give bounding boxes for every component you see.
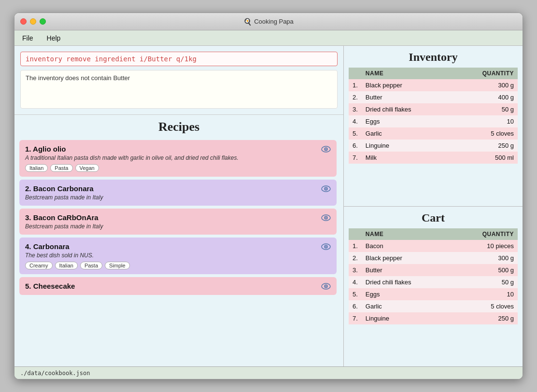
command-section: The inventory does not contain Butter (14, 46, 343, 115)
main-content: The inventory does not contain Butter Re… (14, 46, 523, 366)
menu-file[interactable]: File (19, 33, 36, 43)
cart-col-name: NAME (362, 228, 452, 240)
svg-point-8 (325, 217, 327, 219)
svg-point-5 (325, 188, 327, 190)
recipe-tag[interactable]: Creamy (25, 262, 53, 269)
main-window: 🍳 Cooking Papa File Help The inventory d… (14, 13, 523, 379)
status-bar: ./data/cookbook.json (14, 366, 523, 379)
view-recipe-icon[interactable] (321, 283, 331, 292)
cart-item-name: Linguine (362, 312, 452, 324)
table-row: 6. Garlic 5 cloves (349, 300, 518, 312)
row-num: 2. (349, 91, 362, 103)
menu-help[interactable]: Help (44, 33, 64, 43)
cart-item-qty: 250 g (452, 312, 518, 324)
minimize-button[interactable] (30, 18, 36, 25)
title-icon: 🍳 (243, 18, 252, 26)
recipes-section: Recipes 1. Aglio olio A traditional Ital… (14, 115, 343, 366)
recipe-tag[interactable]: Italian (55, 262, 78, 269)
cart-item-name: Dried chili flakes (362, 276, 452, 288)
table-row: 5. Garlic 5 cloves (349, 127, 518, 140)
table-row: 7. Milk 500 ml (349, 152, 518, 164)
ingredient-qty: 300 g (452, 79, 518, 91)
recipe-header: 5. Cheesecake (25, 282, 331, 290)
table-row: 2. Black pepper 300 g (349, 252, 518, 264)
table-row: 4. Eggs 10 (349, 115, 518, 127)
cart-item-qty: 5 cloves (452, 300, 518, 312)
list-item[interactable]: 3. Bacon CaRbOnAra Bestcream pasta made … (19, 209, 337, 235)
recipe-header: 2. Bacon Carbonara (25, 184, 331, 193)
inventory-col-qty: QUANTITY (452, 68, 518, 79)
recipe-tag[interactable]: Pasta (50, 164, 72, 172)
row-num: 7. (349, 152, 362, 164)
cart-table: NAME QUANTITY 1. Bacon 10 pieces 2. Blac… (349, 228, 518, 324)
ingredient-name: Butter (362, 91, 452, 103)
svg-point-14 (325, 286, 327, 287)
ingredient-name: Garlic (362, 127, 452, 140)
cart-item-name: Eggs (362, 288, 452, 300)
view-recipe-icon[interactable] (321, 185, 331, 194)
recipe-title: 5. Cheesecake (25, 282, 75, 290)
ingredient-name: Milk (362, 152, 452, 164)
cart-section: Cart NAME QUANTITY 1. Bacon 10 pieces 2.… (344, 206, 523, 367)
view-recipe-icon[interactable] (321, 243, 331, 252)
close-button[interactable] (20, 18, 27, 25)
recipe-title: 4. Carbonara (25, 242, 70, 251)
recipe-description: Bestcream pasta made in Italy (25, 223, 331, 230)
ingredient-qty: 400 g (452, 91, 518, 103)
recipe-tag[interactable]: Vegan (75, 164, 99, 172)
ingredient-qty: 5 cloves (452, 127, 518, 140)
svg-point-11 (325, 246, 327, 248)
recipe-header: 1. Aglio olio (25, 145, 331, 153)
list-item[interactable]: 2. Bacon Carbonara Bestcream pasta made … (19, 180, 337, 206)
menu-bar: File Help (14, 30, 523, 46)
cart-item-qty: 500 g (452, 264, 518, 276)
list-item[interactable]: 1. Aglio olio A traditional Italian past… (19, 140, 337, 177)
recipe-tag[interactable]: Simple (105, 262, 130, 269)
table-row: 6. Linguine 250 g (349, 140, 518, 152)
ingredient-qty: 500 ml (452, 152, 518, 164)
cart-col-qty: QUANTITY (452, 228, 518, 240)
svg-point-2 (325, 149, 327, 150)
cart-item-qty: 300 g (452, 252, 518, 264)
row-num: 4. (349, 115, 362, 127)
recipe-description: Bestcream pasta made in Italy (25, 194, 331, 201)
cart-item-name: Black pepper (362, 252, 452, 264)
list-item[interactable]: 4. Carbonara The best dish sold in NUS. … (19, 238, 337, 274)
view-recipe-icon[interactable] (321, 214, 331, 223)
recipe-tags: ItalianPastaVegan (25, 164, 331, 172)
table-row: 2. Butter 400 g (349, 91, 518, 103)
ingredient-qty: 50 g (452, 103, 518, 115)
row-num: 1. (349, 240, 362, 252)
ingredient-qty: 250 g (452, 140, 518, 152)
inventory-section: Inventory NAME QUANTITY 1. Black pepper … (344, 46, 523, 206)
row-num: 3. (349, 264, 362, 276)
recipe-title: 1. Aglio olio (25, 145, 66, 153)
list-item[interactable]: 5. Cheesecake (19, 277, 337, 295)
cart-item-name: Garlic (362, 300, 452, 312)
table-row: 7. Linguine 250 g (349, 312, 518, 324)
view-recipe-icon[interactable] (321, 146, 331, 154)
table-row: 1. Black pepper 300 g (349, 79, 518, 91)
ingredient-name: Linguine (362, 140, 452, 152)
title-bar: 🍳 Cooking Papa (14, 13, 523, 30)
row-num: 6. (349, 140, 362, 152)
maximize-button[interactable] (40, 18, 46, 25)
recipe-title: 2. Bacon Carbonara (25, 184, 94, 193)
row-num: 4. (349, 276, 362, 288)
table-row: 5. Eggs 10 (349, 288, 518, 300)
recipe-tags: CreamyItalianPastaSimple (25, 262, 331, 269)
command-input[interactable] (20, 52, 338, 66)
table-row: 3. Dried chili flakes 50 g (349, 103, 518, 115)
row-num: 2. (349, 252, 362, 264)
recipe-list: 1. Aglio olio A traditional Italian past… (19, 140, 339, 295)
command-output: The inventory does not contain Butter (20, 70, 338, 109)
recipe-description: A traditional Italian pasta dish made wi… (25, 154, 331, 161)
cart-item-name: Bacon (362, 240, 452, 252)
row-num: 1. (349, 79, 362, 91)
traffic-lights (20, 18, 46, 25)
recipes-title: Recipes (19, 120, 339, 134)
status-text: ./data/cookbook.json (20, 370, 90, 377)
recipe-tag[interactable]: Pasta (80, 262, 102, 269)
row-num: 5. (349, 127, 362, 140)
recipe-tag[interactable]: Italian (25, 164, 48, 172)
